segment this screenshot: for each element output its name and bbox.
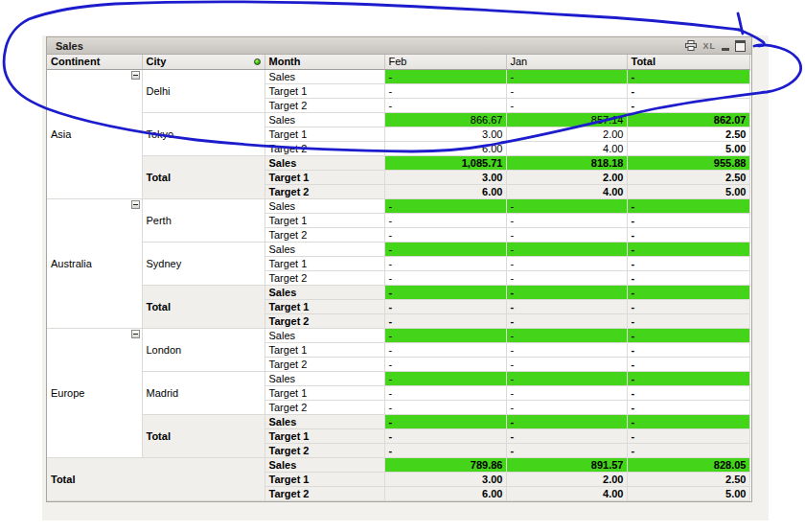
value-cell[interactable]: 857.14 — [506, 112, 627, 127]
month-cell[interactable]: Sales — [264, 242, 384, 256]
month-cell[interactable]: Sales — [264, 457, 384, 472]
value-cell[interactable]: 2.50 — [627, 472, 749, 486]
month-cell[interactable]: Target 2 — [264, 184, 384, 198]
value-cell[interactable]: - — [627, 242, 749, 256]
value-cell[interactable]: 955.88 — [627, 155, 749, 170]
value-cell[interactable]: - — [506, 328, 627, 342]
city-cell[interactable]: Delhi — [142, 69, 264, 112]
city-cell[interactable]: Sydney — [142, 242, 264, 285]
value-cell[interactable]: - — [384, 313, 506, 328]
value-cell[interactable]: - — [506, 69, 627, 83]
value-cell[interactable]: - — [627, 299, 749, 313]
city-cell[interactable]: Total — [142, 155, 264, 198]
collapse-icon[interactable] — [131, 200, 140, 209]
month-cell[interactable]: Sales — [264, 414, 384, 428]
col-header-month[interactable]: Month — [264, 55, 384, 69]
month-cell[interactable]: Target 2 — [264, 400, 384, 414]
month-cell[interactable]: Sales — [264, 112, 384, 127]
grand-total-label-cell[interactable]: Total — [47, 457, 264, 500]
value-cell[interactable]: - — [384, 256, 506, 270]
month-cell[interactable]: Sales — [264, 328, 384, 342]
value-cell[interactable]: 3.00 — [384, 127, 506, 141]
value-cell[interactable]: - — [627, 371, 749, 385]
value-cell[interactable]: 866.67 — [384, 112, 506, 127]
value-cell[interactable]: - — [627, 227, 749, 242]
value-cell[interactable]: - — [506, 443, 627, 457]
value-cell[interactable]: - — [506, 227, 627, 242]
value-cell[interactable]: - — [384, 83, 506, 98]
continent-cell[interactable]: Asia — [47, 69, 142, 198]
value-cell[interactable]: - — [627, 285, 749, 299]
col-header-feb[interactable]: Feb — [384, 55, 506, 69]
month-cell[interactable]: Target 1 — [264, 428, 384, 443]
value-cell[interactable]: - — [627, 414, 749, 428]
value-cell[interactable]: - — [627, 213, 749, 227]
value-cell[interactable]: - — [384, 400, 506, 414]
city-cell[interactable]: London — [142, 328, 264, 371]
value-cell[interactable]: 3.00 — [384, 472, 506, 486]
value-cell[interactable]: - — [506, 98, 627, 112]
value-cell[interactable]: - — [627, 400, 749, 414]
value-cell[interactable]: 1,085.71 — [384, 155, 506, 170]
value-cell[interactable]: 4.00 — [506, 141, 627, 155]
month-cell[interactable]: Target 1 — [264, 256, 384, 270]
value-cell[interactable]: 891.57 — [506, 457, 627, 472]
value-cell[interactable]: - — [627, 256, 749, 270]
print-icon[interactable] — [685, 40, 697, 51]
value-cell[interactable]: - — [506, 428, 627, 443]
month-cell[interactable]: Sales — [264, 69, 384, 83]
value-cell[interactable]: - — [384, 285, 506, 299]
collapse-icon[interactable] — [131, 330, 140, 338]
month-cell[interactable]: Target 2 — [264, 443, 384, 457]
month-cell[interactable]: Target 1 — [264, 299, 384, 313]
value-cell[interactable]: 6.00 — [384, 141, 506, 155]
value-cell[interactable]: 2.50 — [627, 127, 749, 141]
continent-cell[interactable]: Europe — [47, 328, 142, 457]
value-cell[interactable]: - — [506, 83, 627, 98]
month-cell[interactable]: Target 2 — [264, 270, 384, 285]
value-cell[interactable]: 828.05 — [627, 457, 749, 472]
month-cell[interactable]: Target 1 — [264, 213, 384, 227]
value-cell[interactable]: - — [627, 69, 749, 83]
value-cell[interactable]: - — [627, 342, 749, 357]
value-cell[interactable]: 2.00 — [506, 127, 627, 141]
collapse-icon[interactable] — [131, 71, 140, 80]
month-cell[interactable]: Target 1 — [264, 127, 384, 141]
month-cell[interactable]: Sales — [264, 371, 384, 385]
city-cell[interactable]: Total — [142, 285, 264, 328]
maximize-icon[interactable] — [735, 40, 746, 52]
export-excel-icon[interactable]: XL — [702, 41, 716, 51]
value-cell[interactable]: 2.00 — [506, 170, 627, 184]
value-cell[interactable]: - — [506, 357, 627, 371]
month-cell[interactable]: Target 2 — [264, 486, 384, 500]
value-cell[interactable]: - — [627, 443, 749, 457]
col-header-jan[interactable]: Jan — [506, 55, 627, 69]
value-cell[interactable]: 6.00 — [384, 184, 506, 198]
month-cell[interactable]: Target 1 — [264, 342, 384, 357]
value-cell[interactable]: - — [506, 242, 627, 256]
month-cell[interactable]: Target 1 — [264, 83, 384, 98]
value-cell[interactable]: - — [384, 98, 506, 112]
value-cell[interactable]: - — [506, 198, 627, 213]
value-cell[interactable]: - — [384, 357, 506, 371]
city-cell[interactable]: Tokyo — [142, 112, 264, 155]
city-cell[interactable]: Total — [142, 414, 264, 457]
value-cell[interactable]: - — [627, 428, 749, 443]
value-cell[interactable]: - — [384, 213, 506, 227]
value-cell[interactable]: 4.00 — [506, 486, 627, 500]
value-cell[interactable]: - — [384, 227, 506, 242]
value-cell[interactable]: - — [506, 299, 627, 313]
month-cell[interactable]: Target 2 — [264, 357, 384, 371]
value-cell[interactable]: - — [627, 198, 749, 213]
month-cell[interactable]: Target 2 — [264, 227, 384, 242]
window-title-bar[interactable]: Sales XL — [47, 37, 751, 55]
value-cell[interactable]: 3.00 — [384, 170, 506, 184]
city-cell[interactable]: Perth — [142, 198, 264, 242]
month-cell[interactable]: Sales — [264, 155, 384, 170]
month-cell[interactable]: Sales — [264, 285, 384, 299]
month-cell[interactable]: Target 2 — [264, 141, 384, 155]
value-cell[interactable]: - — [384, 443, 506, 457]
value-cell[interactable]: 6.00 — [384, 486, 506, 500]
value-cell[interactable]: - — [506, 256, 627, 270]
value-cell[interactable]: - — [506, 213, 627, 227]
